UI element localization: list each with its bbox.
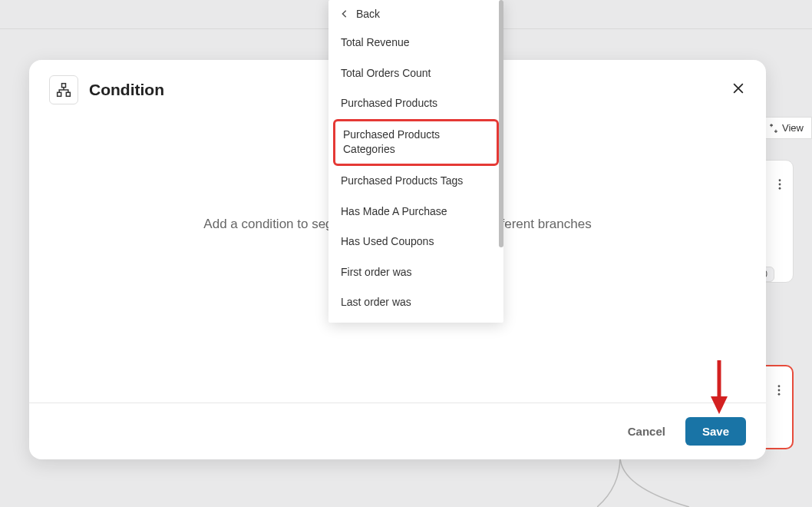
branch-line [597, 456, 705, 507]
modal-footer: Cancel Save [29, 403, 766, 459]
svg-point-0 [779, 179, 781, 181]
dropdown-item[interactable]: Last order was [328, 287, 503, 318]
modal-title: Condition [89, 81, 164, 99]
dropdown-item[interactable]: Total Revenue [328, 28, 503, 58]
dropdown-back[interactable]: Back [328, 0, 503, 28]
highlight-box: Purchased Products Categories [333, 119, 499, 166]
kebab-icon[interactable] [771, 382, 787, 399]
dropdown-item[interactable]: Purchased Products [328, 88, 503, 119]
view-label: View [782, 122, 804, 134]
svg-rect-8 [66, 92, 70, 96]
svg-point-1 [779, 184, 781, 186]
close-icon[interactable] [731, 81, 746, 99]
svg-rect-6 [62, 84, 66, 88]
dropdown-item[interactable]: Purchased Products Categories [335, 121, 497, 164]
dropdown-item[interactable]: Has Made A Purchase [328, 197, 503, 227]
svg-point-4 [778, 389, 781, 392]
scrollbar[interactable] [499, 0, 503, 247]
condition-icon [49, 75, 78, 104]
save-button[interactable]: Save [685, 417, 746, 446]
dropdown-item[interactable]: First order was [328, 257, 503, 288]
chevron-left-icon [341, 9, 348, 18]
dropdown-item[interactable]: Total Orders Count [328, 58, 503, 89]
cancel-button[interactable]: Cancel [628, 425, 665, 438]
condition-dropdown: Back Total RevenueTotal Orders CountPurc… [328, 0, 503, 323]
svg-rect-7 [58, 92, 61, 96]
arrow-annotation [708, 356, 731, 418]
dropdown-item[interactable]: Purchased Products Tags [328, 166, 503, 197]
svg-point-3 [778, 385, 781, 387]
kebab-icon[interactable] [771, 176, 788, 193]
svg-point-5 [778, 393, 781, 396]
back-label: Back [356, 8, 380, 20]
dropdown-item[interactable]: Has Used Coupons [328, 227, 503, 257]
view-button[interactable]: View [760, 117, 812, 139]
svg-point-2 [779, 187, 781, 190]
